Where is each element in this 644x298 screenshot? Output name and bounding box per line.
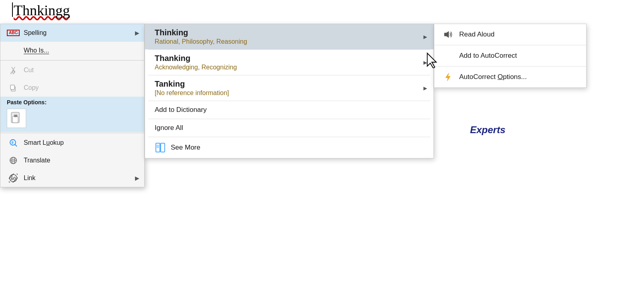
paste-keep-source[interactable] (7, 109, 26, 128)
translate-icon (7, 156, 20, 165)
thanking-synonyms: Acknowledging, Recognizing (155, 64, 424, 71)
thanking-word: Thanking (155, 54, 424, 63)
add-dictionary-label: Add to Dictionary (155, 106, 206, 114)
svg-text:i: i (12, 140, 13, 145)
ignore-all-label: Ignore All (155, 124, 183, 132)
divider-1 (0, 60, 144, 61)
svg-rect-14 (161, 143, 165, 152)
tanking-content: Tanking [No reference information] (155, 79, 424, 97)
spell-see-more[interactable]: See More (145, 137, 433, 158)
translate-label: Translate (24, 157, 138, 164)
add-autocorrect-label: Add to AutoCorrect (459, 52, 517, 60)
context-menu: ABC Spelling ▶ Who Is... Cut Copy Paste … (0, 24, 145, 187)
smart-lookup-icon: i (7, 138, 20, 147)
menu-item-link[interactable]: Link ▶ (0, 169, 144, 187)
add-autocorrect-icon (442, 50, 454, 61)
menu-item-copy[interactable]: Copy (0, 79, 144, 97)
thinking-content: Thinking Rational, Philosophy, Reasoning (155, 28, 424, 45)
spell-ignore-all[interactable]: Ignore All (145, 119, 433, 137)
thanking-content: Thanking Acknowledging, Recognizing (155, 54, 424, 71)
thinking-synonyms: Rational, Philosophy, Reasoning (155, 38, 424, 45)
menu-item-smart-lookup[interactable]: i Smart Luokup (0, 134, 144, 152)
read-aloud-label: Read Aloud (459, 30, 495, 39)
see-more-icon (155, 142, 166, 153)
whois-label: Who Is... (24, 47, 138, 54)
experts-text: Experts (470, 124, 505, 136)
ac-item-read-aloud[interactable]: Read Aloud (434, 24, 586, 45)
menu-item-cut[interactable]: Cut (0, 61, 144, 79)
autocorrect-options-label: AutoCorrect Options... (459, 73, 527, 81)
ac-item-add-autocorrect[interactable]: Add to AutoCorrect (434, 45, 586, 66)
autocorrect-submenu: Read Aloud Add to AutoCorrect AutoCorrec… (434, 24, 587, 88)
tanking-synonyms: [No reference information] (155, 89, 424, 97)
spell-suggestion-thinking[interactable]: Thinking Rational, Philosophy, Reasoning (145, 24, 433, 49)
tanking-word: Tanking (155, 79, 424, 89)
menu-item-paste-options: Paste Options: (0, 97, 144, 132)
link-icon (7, 174, 20, 182)
spelling-arrow: ▶ (135, 30, 139, 36)
ac-item-autocorrect-options[interactable]: AutoCorrect Options... (434, 67, 586, 87)
spelling-label: Spelling (24, 29, 138, 36)
svg-marker-19 (446, 73, 450, 81)
menu-item-translate[interactable]: Translate (0, 152, 144, 169)
svg-rect-4 (14, 115, 17, 117)
lightning-icon (442, 71, 454, 83)
copy-label: Copy (24, 84, 138, 91)
divider-2 (0, 133, 144, 133)
cut-icon (7, 66, 20, 74)
cut-label: Cut (24, 67, 138, 74)
paste-icons-row (7, 109, 26, 128)
menu-item-whois[interactable]: Who Is... (0, 42, 144, 59)
thinking-word: Thinking (155, 28, 424, 37)
link-arrow: ▶ (135, 175, 139, 181)
spelling-icon: ABC (7, 30, 20, 36)
document-title: Thnkingg (12, 2, 70, 19)
speaker-icon (442, 29, 454, 40)
spelling-submenu: Thinking Rational, Philosophy, Reasoning… (145, 24, 434, 158)
spell-suggestion-thanking[interactable]: Thanking Acknowledging, Recognizing (145, 50, 433, 75)
svg-rect-3 (12, 116, 18, 123)
svg-line-6 (15, 144, 17, 146)
svg-rect-1 (10, 85, 14, 89)
svg-marker-18 (444, 31, 449, 38)
link-label: Link (24, 174, 138, 182)
spell-add-dictionary[interactable]: Add to Dictionary (145, 101, 433, 119)
see-more-label: See More (171, 144, 200, 152)
menu-item-spelling[interactable]: ABC Spelling ▶ (0, 24, 144, 42)
spell-suggestion-tanking[interactable]: Tanking [No reference information] (145, 75, 433, 101)
copy-icon (7, 84, 20, 92)
smart-lookup-label: Smart Luokup (24, 139, 138, 146)
paste-options-label: Paste Options: (7, 99, 47, 105)
